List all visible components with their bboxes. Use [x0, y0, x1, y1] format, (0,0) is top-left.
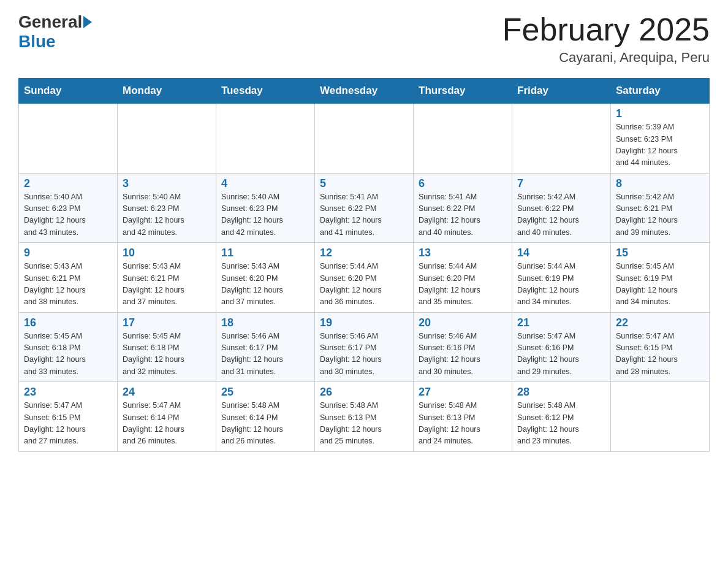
- logo-blue-text: Blue: [18, 32, 56, 51]
- day-info: Sunrise: 5:46 AMSunset: 6:17 PMDaylight:…: [320, 331, 408, 378]
- calendar-week-row: 2Sunrise: 5:40 AMSunset: 6:23 PMDaylight…: [19, 173, 710, 243]
- calendar-cell: 24Sunrise: 5:47 AMSunset: 6:14 PMDayligh…: [118, 382, 216, 452]
- day-info: Sunrise: 5:44 AMSunset: 6:20 PMDaylight:…: [320, 261, 408, 308]
- day-number: 7: [517, 177, 605, 190]
- calendar-cell: 26Sunrise: 5:48 AMSunset: 6:13 PMDayligh…: [315, 382, 414, 452]
- day-info: Sunrise: 5:43 AMSunset: 6:21 PMDaylight:…: [123, 261, 211, 308]
- month-title: February 2025: [502, 12, 710, 47]
- calendar-cell: 12Sunrise: 5:44 AMSunset: 6:20 PMDayligh…: [315, 243, 414, 313]
- calendar-cell: 17Sunrise: 5:45 AMSunset: 6:18 PMDayligh…: [118, 312, 216, 382]
- calendar-cell: 6Sunrise: 5:41 AMSunset: 6:22 PMDaylight…: [414, 173, 512, 243]
- calendar-cell: 9Sunrise: 5:43 AMSunset: 6:21 PMDaylight…: [19, 243, 118, 313]
- day-info: Sunrise: 5:48 AMSunset: 6:13 PMDaylight:…: [320, 400, 408, 448]
- logo: General Blue: [18, 12, 93, 52]
- day-number: 4: [221, 177, 309, 190]
- calendar-cell: 7Sunrise: 5:42 AMSunset: 6:22 PMDaylight…: [512, 173, 611, 243]
- day-number: 21: [517, 316, 605, 329]
- calendar-cell: 27Sunrise: 5:48 AMSunset: 6:13 PMDayligh…: [414, 382, 512, 452]
- day-number: 9: [24, 247, 112, 259]
- day-info: Sunrise: 5:45 AMSunset: 6:19 PMDaylight:…: [616, 261, 704, 308]
- day-of-week-header: Friday: [512, 79, 611, 104]
- day-number: 10: [123, 247, 211, 259]
- day-number: 15: [616, 247, 704, 259]
- day-number: 18: [221, 316, 309, 329]
- title-section: February 2025 Cayarani, Arequipa, Peru: [502, 12, 710, 66]
- day-info: Sunrise: 5:41 AMSunset: 6:22 PMDaylight:…: [419, 191, 507, 239]
- day-number: 19: [320, 316, 408, 329]
- calendar-cell: 25Sunrise: 5:48 AMSunset: 6:14 PMDayligh…: [216, 382, 315, 452]
- calendar-cell: 18Sunrise: 5:46 AMSunset: 6:17 PMDayligh…: [216, 312, 315, 382]
- day-number: 28: [517, 386, 605, 399]
- day-info: Sunrise: 5:48 AMSunset: 6:14 PMDaylight:…: [221, 400, 309, 448]
- day-number: 25: [221, 386, 309, 399]
- calendar-cell: 16Sunrise: 5:45 AMSunset: 6:18 PMDayligh…: [19, 312, 118, 382]
- day-of-week-header: Monday: [118, 79, 216, 104]
- day-info: Sunrise: 5:45 AMSunset: 6:18 PMDaylight:…: [24, 331, 112, 378]
- calendar-cell: 13Sunrise: 5:44 AMSunset: 6:20 PMDayligh…: [414, 243, 512, 313]
- day-info: Sunrise: 5:43 AMSunset: 6:21 PMDaylight:…: [24, 261, 112, 308]
- day-number: 22: [616, 316, 704, 329]
- calendar-cell: 5Sunrise: 5:41 AMSunset: 6:22 PMDaylight…: [315, 173, 414, 243]
- calendar-week-row: 9Sunrise: 5:43 AMSunset: 6:21 PMDaylight…: [19, 243, 710, 313]
- day-number: 6: [419, 177, 507, 190]
- calendar-table: SundayMondayTuesdayWednesdayThursdayFrid…: [18, 78, 710, 452]
- day-info: Sunrise: 5:47 AMSunset: 6:16 PMDaylight:…: [517, 331, 605, 378]
- day-info: Sunrise: 5:44 AMSunset: 6:20 PMDaylight:…: [419, 261, 507, 308]
- day-info: Sunrise: 5:42 AMSunset: 6:22 PMDaylight:…: [517, 191, 605, 239]
- calendar-cell: [216, 104, 315, 174]
- calendar-cell: 1Sunrise: 5:39 AMSunset: 6:23 PMDaylight…: [611, 104, 710, 174]
- calendar-cell: 4Sunrise: 5:40 AMSunset: 6:23 PMDaylight…: [216, 173, 315, 243]
- day-of-week-header: Sunday: [19, 79, 118, 104]
- page-header: General Blue February 2025 Cayarani, Are…: [18, 12, 710, 66]
- day-info: Sunrise: 5:47 AMSunset: 6:15 PMDaylight:…: [24, 400, 112, 448]
- calendar-cell: 2Sunrise: 5:40 AMSunset: 6:23 PMDaylight…: [19, 173, 118, 243]
- day-info: Sunrise: 5:40 AMSunset: 6:23 PMDaylight:…: [221, 191, 309, 239]
- calendar-cell: [118, 104, 216, 174]
- day-number: 1: [616, 107, 704, 120]
- day-number: 17: [123, 316, 211, 329]
- day-info: Sunrise: 5:47 AMSunset: 6:15 PMDaylight:…: [616, 331, 704, 378]
- day-number: 13: [419, 247, 507, 259]
- day-number: 24: [123, 386, 211, 399]
- day-number: 11: [221, 247, 309, 259]
- calendar-cell: 19Sunrise: 5:46 AMSunset: 6:17 PMDayligh…: [315, 312, 414, 382]
- logo-arrow-icon: [83, 16, 92, 28]
- calendar-cell: 20Sunrise: 5:46 AMSunset: 6:16 PMDayligh…: [414, 312, 512, 382]
- day-info: Sunrise: 5:48 AMSunset: 6:12 PMDaylight:…: [517, 400, 605, 448]
- day-number: 16: [24, 316, 112, 329]
- calendar-cell: 21Sunrise: 5:47 AMSunset: 6:16 PMDayligh…: [512, 312, 611, 382]
- calendar-header-row: SundayMondayTuesdayWednesdayThursdayFrid…: [19, 79, 710, 104]
- day-info: Sunrise: 5:41 AMSunset: 6:22 PMDaylight:…: [320, 191, 408, 239]
- day-info: Sunrise: 5:40 AMSunset: 6:23 PMDaylight:…: [123, 191, 211, 239]
- day-number: 5: [320, 177, 408, 190]
- calendar-cell: 22Sunrise: 5:47 AMSunset: 6:15 PMDayligh…: [611, 312, 710, 382]
- calendar-cell: [315, 104, 414, 174]
- calendar-cell: 14Sunrise: 5:44 AMSunset: 6:19 PMDayligh…: [512, 243, 611, 313]
- day-number: 12: [320, 247, 408, 259]
- calendar-week-row: 16Sunrise: 5:45 AMSunset: 6:18 PMDayligh…: [19, 312, 710, 382]
- calendar-cell: 28Sunrise: 5:48 AMSunset: 6:12 PMDayligh…: [512, 382, 611, 452]
- day-info: Sunrise: 5:44 AMSunset: 6:19 PMDaylight:…: [517, 261, 605, 308]
- calendar-cell: [19, 104, 118, 174]
- day-number: 20: [419, 316, 507, 329]
- logo-general-text: General: [18, 12, 82, 32]
- day-number: 14: [517, 247, 605, 259]
- day-of-week-header: Saturday: [611, 79, 710, 104]
- day-info: Sunrise: 5:40 AMSunset: 6:23 PMDaylight:…: [24, 191, 112, 239]
- day-info: Sunrise: 5:46 AMSunset: 6:17 PMDaylight:…: [221, 331, 309, 378]
- day-number: 8: [616, 177, 704, 190]
- day-of-week-header: Tuesday: [216, 79, 315, 104]
- day-info: Sunrise: 5:45 AMSunset: 6:18 PMDaylight:…: [123, 331, 211, 378]
- calendar-cell: [512, 104, 611, 174]
- day-number: 3: [123, 177, 211, 190]
- calendar-cell: 3Sunrise: 5:40 AMSunset: 6:23 PMDaylight…: [118, 173, 216, 243]
- calendar-cell: 11Sunrise: 5:43 AMSunset: 6:20 PMDayligh…: [216, 243, 315, 313]
- day-info: Sunrise: 5:43 AMSunset: 6:20 PMDaylight:…: [221, 261, 309, 308]
- day-number: 26: [320, 386, 408, 399]
- day-of-week-header: Wednesday: [315, 79, 414, 104]
- calendar-cell: 8Sunrise: 5:42 AMSunset: 6:21 PMDaylight…: [611, 173, 710, 243]
- day-number: 2: [24, 177, 112, 190]
- calendar-cell: 15Sunrise: 5:45 AMSunset: 6:19 PMDayligh…: [611, 243, 710, 313]
- calendar-week-row: 23Sunrise: 5:47 AMSunset: 6:15 PMDayligh…: [19, 382, 710, 452]
- day-number: 27: [419, 386, 507, 399]
